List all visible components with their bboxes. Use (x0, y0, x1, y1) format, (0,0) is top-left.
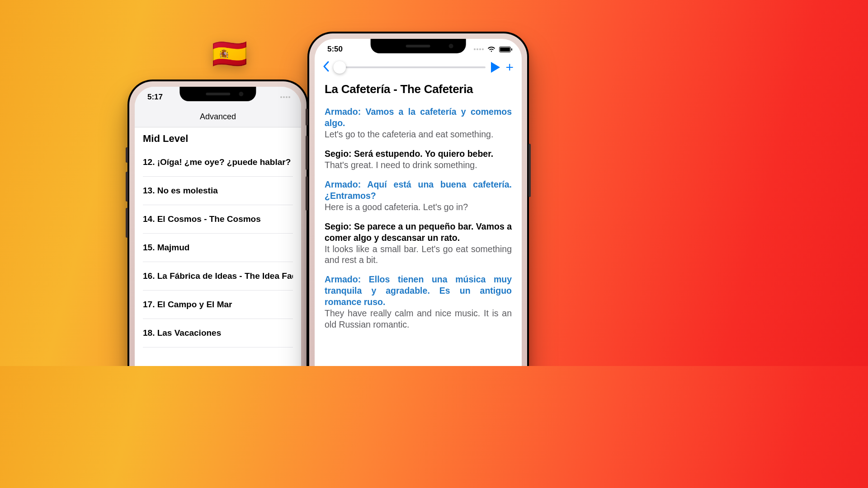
list-item[interactable]: 15. Majmud (143, 234, 293, 262)
add-button[interactable]: + (505, 61, 514, 74)
dialog-block: Armado: Aquí está una buena cafetería. ¿… (325, 179, 512, 213)
wifi-icon (487, 46, 495, 52)
dialog-english: It looks like a small bar. Let's go eat … (325, 244, 512, 266)
cellular-icon (474, 48, 484, 50)
spain-flag-icon: 🇪🇸 (212, 37, 248, 71)
device-mockup-list: 5:17 Advanced Mid Level 12. ¡Oíga! ¿me o… (127, 80, 308, 366)
play-button[interactable] (491, 62, 500, 73)
dialog-spanish: Segio: Será estupendo. Yo quiero beber. (325, 148, 512, 160)
dialog-block: Armado: Ellos tienen una música muy tran… (325, 274, 512, 330)
list-item[interactable]: 17. El Campo y El Mar (143, 291, 293, 319)
slider-thumb[interactable] (333, 61, 346, 74)
list-item[interactable]: 16. La Fábrica de Ideas - The Idea Facto (143, 262, 293, 291)
progress-slider[interactable] (335, 66, 486, 68)
dialog-block: Segio: Será estupendo. Yo quiero beber. … (325, 148, 512, 171)
cellular-icon (280, 96, 290, 98)
player-toolbar: + (315, 60, 522, 78)
device-notch (371, 39, 466, 53)
section-header: Mid Level (135, 127, 301, 148)
back-button[interactable] (323, 61, 329, 74)
dialog-english: They have really calm and nice music. It… (325, 308, 512, 330)
list-item[interactable]: 13. No es molestia (143, 177, 293, 205)
dialog-spanish: Segio: Se parece a un pequeño bar. Vamos… (325, 221, 512, 244)
lesson-list: 12. ¡Oíga! ¿me oye? ¿puede hablar? 13. N… (135, 148, 301, 347)
promo-stage: 🇪🇸 5:17 Advanced Mid Level 12. ¡Oíga! ¿m… (0, 0, 651, 366)
status-time: 5:17 (147, 93, 163, 102)
dialog-english: Here is a good cafeteria. Let's go in? (325, 202, 512, 213)
device-mockup-reader: 5:50 + La Cafetería - The Cafeteria (307, 32, 529, 366)
list-item[interactable]: 12. ¡Oíga! ¿me oye? ¿puede hablar? (143, 148, 293, 177)
story-body: La Cafetería - The Cafeteria Armado: Vam… (315, 78, 522, 330)
dialog-block: Armado: Vamos a la cafetería y comemos a… (325, 106, 512, 140)
nav-bar-title: Advanced (135, 108, 301, 127)
dialog-spanish: Armado: Aquí está una buena cafetería. ¿… (325, 179, 512, 202)
story-title: La Cafetería - The Cafeteria (325, 82, 512, 96)
dialog-english: That's great. I need to drink something. (325, 160, 512, 171)
list-item[interactable]: 18. Las Vacaciones (143, 319, 293, 347)
list-item[interactable]: 14. El Cosmos - The Cosmos (143, 205, 293, 234)
dialog-spanish: Armado: Vamos a la cafetería y comemos a… (325, 106, 512, 129)
device-notch (179, 87, 256, 101)
battery-icon (499, 47, 511, 52)
status-time: 5:50 (327, 45, 343, 54)
dialog-block: Segio: Se parece a un pequeño bar. Vamos… (325, 221, 512, 266)
dialog-spanish: Armado: Ellos tienen una música muy tran… (325, 274, 512, 308)
dialog-english: Let's go to the cafeteria and eat someth… (325, 129, 512, 140)
